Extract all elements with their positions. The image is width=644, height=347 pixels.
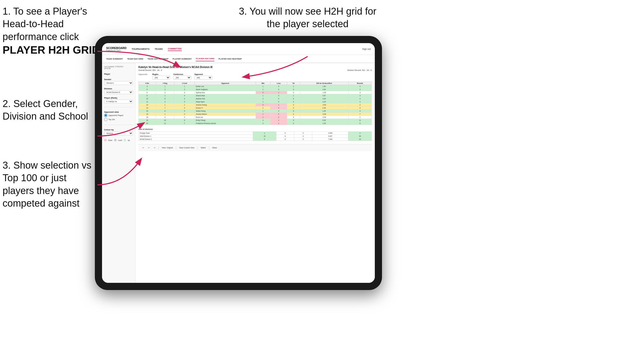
annotations-layer [0,0,644,347]
